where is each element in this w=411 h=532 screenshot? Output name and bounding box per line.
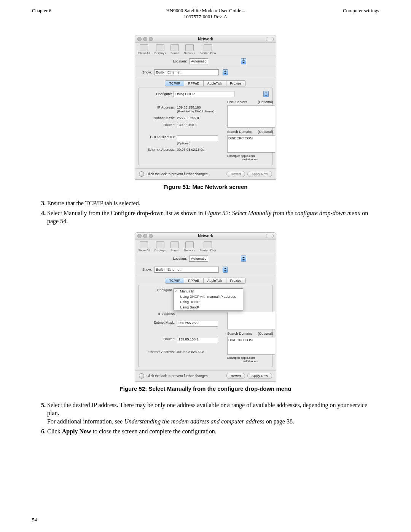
toolbar-sound[interactable]: Sound [170,44,179,55]
eth-value: 00:03:93:c2:15:0a [177,345,218,354]
toolbar-pill-icon[interactable] [266,234,274,238]
ip-note: (Provided by DHCP Server) [177,110,214,113]
tab-pppoe[interactable]: PPPoE [184,278,203,284]
location-select[interactable]: Automatic [189,256,208,262]
dhcp-client-label: DHCP Client ID: [142,135,175,139]
chevron-updown-icon[interactable] [241,58,246,64]
prefs-toolbar: Show All Displays Sound Network Startup … [135,240,276,253]
show-select[interactable]: Built-in Ethernet [154,69,219,75]
example-label: Example: [227,154,240,158]
header-left: Chapter 6 [32,8,108,20]
ip-label: IP Address [142,312,175,316]
ip-value: 139.85.158.186 [177,105,201,109]
toolbar-network[interactable]: Network [184,44,195,55]
zoom-icon[interactable] [149,37,153,41]
ip-label: IP Address: [142,105,175,109]
location-select[interactable]: Automatic [189,58,208,64]
toolbar-show-all[interactable]: Show All [138,241,150,252]
configure-option-manually[interactable]: Manually [174,289,243,294]
dns-servers-input[interactable] [227,312,275,329]
tab-proxies[interactable]: Proxies [226,278,246,284]
search-optional: (Optional) [258,332,273,335]
chevron-updown-icon[interactable] [263,91,269,97]
tab-pppoe[interactable]: PPPoE [184,80,203,86]
window-title: Network [135,37,276,41]
toolbar-sound[interactable]: Sound [170,241,179,252]
instruction-list-a: Ensure that the TCP/IP tab is selected. … [47,199,379,225]
toolbar-displays[interactable]: Displays [155,44,166,55]
toolbar-startup[interactable]: Startup Disk [199,241,216,252]
subnet-label: Subnet Mask: [142,321,175,324]
configure-dropdown-open[interactable]: Manually Using DHCP with manual IP addre… [174,288,243,310]
step-6: Click Apply Now to close the screen and … [47,427,379,436]
toolbar-network[interactable]: Network [184,241,195,252]
search-domains-input[interactable]: DIRECPC.COM [227,337,275,355]
configure-label: Configure [142,288,172,292]
dns-optional: (Optional) [258,100,273,104]
toolbar-displays[interactable]: Displays [155,241,166,252]
example-value2: earthlink.net [242,359,258,363]
instruction-list-b: Select the desired IP address. There may… [47,401,379,435]
router-value: 139.85.158.1 [177,123,218,127]
step6-apply-now: Apply Now [62,428,91,435]
apply-now-button[interactable]: Apply Now [247,171,272,177]
router-input[interactable]: 139.85.158.1 [177,337,218,343]
configure-option-dhcp-manual[interactable]: Using DHCP with manual IP address [174,294,243,299]
example-label: Example: [227,356,240,359]
chevron-updown-icon[interactable] [223,69,228,75]
revert-button[interactable]: Revert [226,373,245,379]
chevron-updown-icon[interactable] [241,256,246,262]
subnet-input[interactable]: 255.255.255.0 [177,321,218,327]
zoom-icon[interactable] [149,234,153,238]
minimize-icon[interactable] [143,234,147,238]
fig52-caption: Figure 52: Select Manually from the conf… [32,385,379,392]
eth-value: 00:03:93:c2:15:0a [177,148,218,152]
example-value1: apple.com [241,154,255,158]
tab-proxies[interactable]: Proxies [226,80,246,86]
search-domains-input[interactable]: DIRECPC.COM [227,135,275,153]
fig51-window: Network Show All Displays Sound Network … [135,35,276,180]
configure-option-dhcp[interactable]: Using DHCP [174,299,243,305]
show-select[interactable]: Built-in Ethernet [154,267,219,273]
eth-label: Ethernet Address: [142,345,175,354]
router-label: Router: [142,123,175,127]
example-value2: earthlink.net [242,158,258,161]
step-4: Select Manually from the Configure drop-… [47,209,379,225]
dhcp-client-input[interactable] [177,135,218,141]
step-3: Ensure that the TCP/IP tab is selected. [47,199,379,208]
close-icon[interactable] [137,37,142,41]
search-domains-label: Search Domains [227,130,253,134]
chevron-updown-icon[interactable] [223,267,228,273]
close-icon[interactable] [137,234,142,238]
tab-tcpip[interactable]: TCP/IP [165,278,184,284]
configure-select[interactable]: Using DHCP [174,91,234,97]
apply-now-button[interactable]: Apply Now [247,373,272,379]
step5-cross-ref: Understanding the modem address and comp… [124,418,264,425]
location-label: Location: [165,59,187,63]
show-label: Show: [139,70,152,74]
router-label: Router: [142,337,175,341]
subnet-label: Subnet Mask: [142,116,175,120]
revert-button[interactable]: Revert [226,171,245,177]
tab-tcpip[interactable]: TCP/IP [165,80,184,86]
configure-label: Configure: [142,92,172,96]
toolbar-startup[interactable]: Startup Disk [199,44,216,55]
dns-servers-input[interactable] [227,105,275,128]
header-center-2: 1037577-0001 Rev. A [108,14,303,20]
fig52-window: Network Show All Displays Sound Network … [135,232,276,382]
lock-icon[interactable] [139,373,144,379]
dns-label: DNS Servers [227,100,247,104]
window-title: Network [135,234,276,238]
minimize-icon[interactable] [143,37,147,41]
configure-option-bootp[interactable]: Using BootP [174,305,243,310]
lock-icon[interactable] [139,171,144,177]
show-label: Show: [139,268,152,272]
toolbar-show-all[interactable]: Show All [138,44,150,55]
header-center-1: HN9000 Satellite Modem User Guide – [108,8,303,14]
subnet-value: 255.255.255.0 [177,116,218,120]
tab-appletalk[interactable]: AppleTalk [203,80,226,86]
tab-appletalk[interactable]: AppleTalk [203,278,226,284]
search-domains-label: Search Domains [227,332,253,335]
toolbar-pill-icon[interactable] [266,37,274,41]
dhcp-client-note: (Optional) [177,142,218,145]
